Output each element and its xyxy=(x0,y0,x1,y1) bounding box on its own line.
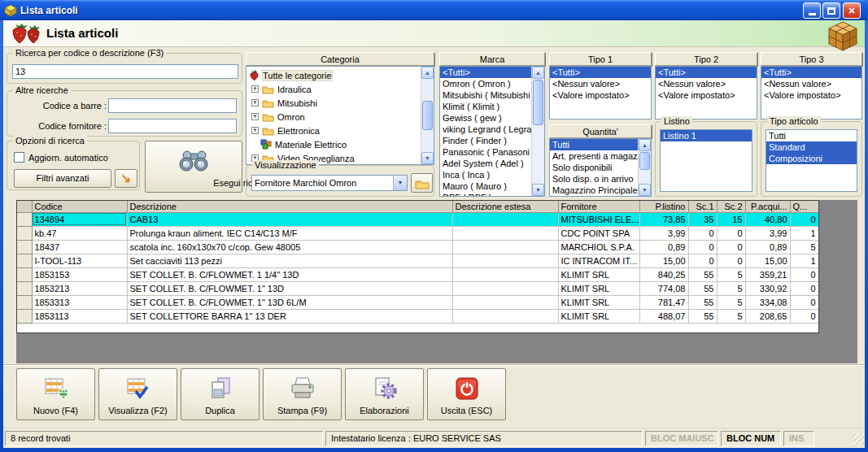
table-cell[interactable]: 3,99 xyxy=(745,226,790,240)
list-item[interactable]: Panasonic ( Panasoni xyxy=(440,146,531,158)
table-cell[interactable]: 73,85 xyxy=(639,212,688,226)
close-icon[interactable]: × xyxy=(843,2,861,19)
table-cell[interactable] xyxy=(452,281,558,295)
table-cell[interactable]: 0 xyxy=(790,281,818,295)
tree-item-omron[interactable]: + Omron xyxy=(246,110,417,124)
table-cell[interactable]: KLIMIT SRL xyxy=(558,295,639,309)
table-cell[interactable]: 0 xyxy=(688,254,717,267)
table-cell[interactable] xyxy=(452,240,558,254)
table-cell[interactable]: 0 xyxy=(717,226,745,240)
quantita-scrollbar[interactable]: ▲ ▼ xyxy=(638,139,651,196)
list-item[interactable]: Listino 1 xyxy=(661,130,752,141)
table-cell[interactable]: 5 xyxy=(717,309,745,323)
table-cell[interactable]: 774,08 xyxy=(639,281,688,295)
orange-arrow-button[interactable]: ↘ xyxy=(115,169,137,188)
tree-item-tutte-le-categorie[interactable]: Tutte le categorie xyxy=(246,68,417,82)
table-cell[interactable]: 0 xyxy=(688,240,717,254)
barcode-input[interactable] xyxy=(108,98,237,113)
col-fornitore[interactable]: Fornitore xyxy=(558,201,639,212)
table-cell[interactable]: 334,08 xyxy=(745,295,790,309)
list-item[interactable]: Tutti xyxy=(766,130,857,141)
expand-plus-icon[interactable]: + xyxy=(251,113,259,120)
table-cell[interactable]: SET COLLET. B. C/FLOWMET. 1 1/4" 13D xyxy=(127,267,452,281)
table-cell[interactable]: 0 xyxy=(790,267,818,281)
row-selector[interactable] xyxy=(17,281,32,295)
scroll-thumb[interactable] xyxy=(533,80,543,125)
results-grid[interactable]: Codice Descrizione Descrizione estesa Fo… xyxy=(16,200,819,333)
table-cell[interactable]: KLIMIT SRL xyxy=(558,309,639,323)
list-item[interactable]: Adel System ( Adel ) xyxy=(440,158,531,169)
table-cell[interactable]: 1853313 xyxy=(32,295,127,309)
table-row[interactable]: 18437scatola inc. 160x130x70 c/cop. Gew … xyxy=(17,240,818,254)
row-selector[interactable] xyxy=(17,226,32,240)
table-cell[interactable]: 840,25 xyxy=(639,267,688,281)
table-cell[interactable]: 55 xyxy=(688,267,717,281)
table-cell[interactable]: MARCHIOL S.P.A. xyxy=(558,240,639,254)
table-cell[interactable]: SET COLLETTORE BARRA 1" 13 DER xyxy=(127,309,452,323)
table-cell[interactable]: 5 xyxy=(717,295,745,309)
list-item[interactable]: Solo disp. o in arrivo xyxy=(550,173,638,185)
list-item[interactable]: <Nessun valore> xyxy=(761,78,861,89)
tipo1-list[interactable]: <Tutti><Nessun valore><Valore impostato> xyxy=(549,66,652,120)
table-cell[interactable] xyxy=(452,295,558,309)
row-selector[interactable] xyxy=(17,309,32,323)
list-item[interactable]: Gewiss ( gew ) xyxy=(440,112,531,124)
quantita-header[interactable]: Quantita' xyxy=(549,124,652,138)
listino-list[interactable]: Listino 1 xyxy=(660,129,752,192)
list-item[interactable]: <Nessun valore> xyxy=(656,78,757,89)
table-cell[interactable]: 1853153 xyxy=(32,267,127,281)
list-item[interactable]: <Valore impostato> xyxy=(761,89,861,101)
table-cell[interactable] xyxy=(452,267,558,281)
elaborazioni-button[interactable]: Elaborazioni xyxy=(345,368,424,420)
table-cell[interactable]: Prolunga kraun aliment. IEC C14/C13 M/F xyxy=(127,226,452,240)
marca-header[interactable]: Marca xyxy=(439,52,545,66)
scroll-up-icon[interactable]: ▲ xyxy=(421,67,434,79)
list-item[interactable]: Mauro ( Mauro ) xyxy=(440,180,531,192)
list-item[interactable]: Standard xyxy=(766,141,857,153)
table-row[interactable]: 1853213SET COLLET. B. C/FLOWMET. 1" 13DK… xyxy=(17,281,818,295)
scroll-thumb[interactable] xyxy=(639,152,650,170)
categoria-header[interactable]: Categoria xyxy=(246,52,434,66)
tipo1-header[interactable]: Tipo 1 xyxy=(549,52,652,66)
table-cell[interactable]: 488,07 xyxy=(639,309,688,323)
list-item[interactable]: Omron ( Omron ) xyxy=(440,78,531,89)
table-cell[interactable]: kb.47 xyxy=(32,226,127,240)
tipo3-header[interactable]: Tipo 3 xyxy=(761,52,862,66)
list-item[interactable]: viking Legrand ( Legra xyxy=(440,124,531,135)
list-item[interactable]: <Valore impostato> xyxy=(550,89,651,101)
table-cell[interactable]: 330,92 xyxy=(745,281,790,295)
table-cell[interactable]: 5 xyxy=(717,281,745,295)
list-item[interactable]: Mitsubishi ( Mitsubishi xyxy=(440,89,531,101)
resize-grip[interactable] xyxy=(853,433,864,445)
table-cell[interactable] xyxy=(452,226,558,240)
table-cell[interactable]: 18437 xyxy=(32,240,127,254)
list-item[interactable]: Art. presenti a magazzino xyxy=(550,150,638,162)
table-cell[interactable]: KLIMIT SRL xyxy=(558,267,639,281)
stampa-button[interactable]: Stampa (F9) xyxy=(263,368,342,420)
categoria-tree[interactable]: Tutte le categorie + Idraulica + Mitsubi… xyxy=(246,66,434,165)
table-cell[interactable]: CDC POINT SPA xyxy=(558,226,639,240)
advanced-filters-button[interactable]: Filtri avanzati xyxy=(14,169,111,188)
search-input[interactable] xyxy=(12,64,238,79)
table-cell[interactable]: 55 xyxy=(688,309,717,323)
table-cell[interactable]: 1853213 xyxy=(32,281,127,295)
table-cell[interactable]: 55 xyxy=(688,295,717,309)
categoria-scrollbar[interactable]: ▲ ▼ xyxy=(421,67,434,164)
auto-update-checkbox[interactable] xyxy=(14,152,24,163)
table-cell[interactable]: 0 xyxy=(790,309,818,323)
tipo-articolo-list[interactable]: TuttiStandardComposizioni xyxy=(765,129,857,192)
list-item[interactable]: Klimit ( Klimit ) xyxy=(440,101,531,112)
table-cell[interactable]: CAB13 xyxy=(127,212,452,226)
tipo2-header[interactable]: Tipo 2 xyxy=(655,52,757,66)
scroll-up-icon[interactable]: ▲ xyxy=(639,139,651,151)
list-item[interactable]: <Tutti> xyxy=(440,67,531,78)
col-pacqui[interactable]: P.acqui... xyxy=(745,201,790,212)
table-row[interactable]: kb.47Prolunga kraun aliment. IEC C14/C13… xyxy=(17,226,818,240)
table-cell[interactable]: 781,47 xyxy=(639,295,688,309)
supplier-code-input[interactable] xyxy=(108,119,237,133)
duplica-button[interactable]: Duplica xyxy=(181,368,260,420)
table-row[interactable]: I-TOOL-113Set cacciaviti 113 pezziIC INT… xyxy=(17,254,818,267)
table-row[interactable]: 1853153SET COLLET. B. C/FLOWMET. 1 1/4" … xyxy=(17,267,818,281)
list-item[interactable]: DPF ( DPF ) xyxy=(440,192,531,197)
expand-plus-icon[interactable]: + xyxy=(251,127,259,134)
